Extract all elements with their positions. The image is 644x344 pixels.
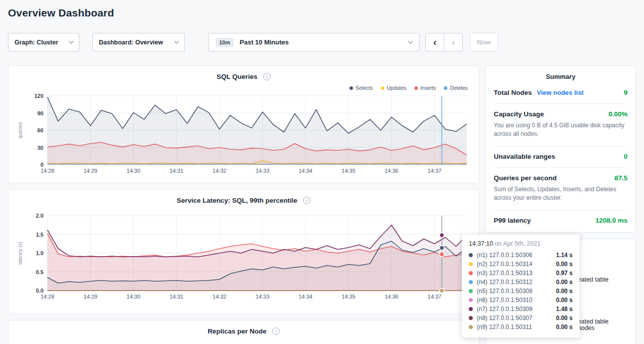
- tooltip-row: (n4) 127.0.0.1:503120.00 s: [469, 278, 573, 287]
- tooltip-node-value: 0.00 s: [556, 261, 573, 268]
- tooltip-node-label: (n5) 127.0.0.1:50308: [477, 288, 532, 295]
- chevron-left-icon: ‹: [433, 36, 437, 48]
- summary-row: Capacity Usage0.00%You are using 0 B of …: [494, 104, 628, 146]
- svg-text:14:35: 14:35: [341, 168, 355, 174]
- time-back-button[interactable]: ‹: [425, 33, 444, 51]
- legend-item[interactable]: Updates: [381, 84, 406, 91]
- chart-legend: SelectsUpdatesInsertsDeletes: [16, 84, 468, 91]
- chart-title: SQL Queries: [217, 73, 258, 80]
- tooltip-node-value: 0.00 s: [556, 297, 573, 304]
- node-color-dot-icon: [469, 307, 473, 311]
- legend-dot-icon: [414, 86, 418, 90]
- info-icon[interactable]: i: [272, 328, 280, 335]
- summary-row-top: Total NodesView nodes list9: [494, 89, 628, 96]
- now-button[interactable]: Now: [470, 33, 498, 51]
- tooltip-node-label: (n3) 127.0.0.1:50313: [477, 270, 532, 277]
- toolbar: Graph: Cluster Dashboard: Overview 10m P…: [8, 33, 636, 51]
- node-color-dot-icon: [469, 298, 473, 302]
- node-color-dot-icon: [469, 271, 473, 275]
- node-color-dot-icon: [469, 253, 473, 257]
- info-icon[interactable]: i: [263, 73, 271, 80]
- tooltip-node-value: 0.00 s: [556, 288, 573, 295]
- tooltip-node-label: (n8) 127.0.0.1:50307: [477, 315, 532, 322]
- summary-label: Queries per second: [494, 174, 557, 182]
- view-nodes-list-link[interactable]: View nodes list: [537, 89, 584, 96]
- tooltip-row: (n3) 127.0.0.1:503130.97 s: [469, 269, 573, 278]
- tooltip-node-value: 0.00 s: [556, 324, 573, 331]
- summary-value: 1208.0 ms: [595, 217, 628, 224]
- summary-row: P99 latency1208.0 ms: [494, 210, 628, 231]
- svg-text:14:36: 14:36: [384, 168, 398, 174]
- summary-row: Queries per second87.5Sum of Selects, Up…: [494, 168, 628, 210]
- chart-hover-tooltip: 14:37:10 on Apr 5th, 2021 (n1) 127.0.0.1…: [462, 235, 580, 338]
- svg-text:2.0: 2.0: [36, 213, 43, 219]
- event-text-fragment: eated table: [578, 276, 609, 283]
- svg-text:latency (s): latency (s): [17, 242, 23, 265]
- chart-header: Service Latency: SQL, 99th percentile i: [16, 196, 471, 207]
- event-text-fragment: nodes: [578, 325, 595, 332]
- service-latency-card: Service Latency: SQL, 99th percentile i …: [8, 189, 479, 314]
- legend-item[interactable]: Inserts: [414, 84, 436, 91]
- replicas-card: Replicas per Node i: [8, 320, 479, 344]
- chevron-down-icon: [408, 39, 413, 44]
- svg-text:14:33: 14:33: [256, 168, 270, 174]
- summary-title: Summary: [494, 73, 628, 80]
- tooltip-node-label: (n7) 127.0.0.1:50309: [477, 306, 532, 313]
- summary-subtext: Sum of Selects, Updates, Inserts, and De…: [494, 185, 628, 203]
- tooltip-timestamp: 14:37:10 on Apr 5th, 2021: [469, 240, 573, 247]
- chart-header: Replicas per Node i: [16, 327, 471, 338]
- legend-item[interactable]: Selects: [349, 84, 372, 91]
- legend-item[interactable]: Deletes: [444, 84, 468, 91]
- sql-queries-chart[interactable]: 14:2814:2914:3014:3114:3214:3314:3414:35…: [16, 93, 471, 179]
- summary-label: Capacity Usage: [494, 110, 544, 118]
- service-latency-chart[interactable]: 14:2814:2914:3014:3114:3214:3314:3414:35…: [16, 211, 471, 306]
- time-forward-button[interactable]: ›: [444, 33, 463, 51]
- svg-text:0.0: 0.0: [36, 288, 43, 294]
- svg-text:14:29: 14:29: [83, 168, 97, 174]
- event-text-fragment: eated table: [578, 318, 609, 325]
- svg-text:14:34: 14:34: [299, 168, 313, 174]
- graph-dropdown[interactable]: Graph: Cluster: [8, 33, 79, 51]
- tooltip-node-value: 0.00 s: [556, 279, 573, 286]
- time-range-selector[interactable]: 10m Past 10 Minutes: [208, 33, 420, 51]
- summary-subtext: You are using 0 B of 4.5 GiB usable disk…: [494, 121, 628, 139]
- summary-value: 87.5: [615, 174, 628, 182]
- legend-dot-icon: [381, 86, 384, 90]
- dashboard-dropdown[interactable]: Dashboard: Overview: [92, 33, 185, 51]
- tooltip-node-label: (n9) 127.0.0.1:50311: [477, 324, 532, 331]
- summary-row-top: Unavailable ranges0: [494, 153, 628, 160]
- tooltip-node-label: (n1) 127.0.0.1:50306: [477, 252, 532, 259]
- tooltip-row: (n1) 127.0.0.1:503061.14 s: [469, 251, 573, 260]
- svg-text:14:37: 14:37: [428, 294, 442, 300]
- svg-text:14:30: 14:30: [127, 294, 141, 300]
- summary-value: 9: [624, 89, 628, 96]
- svg-text:1.0: 1.0: [36, 250, 43, 256]
- summary-label: Unavailable ranges: [494, 153, 555, 160]
- legend-label: Updates: [387, 85, 406, 91]
- graph-dropdown-label: Graph: Cluster: [14, 39, 58, 46]
- tooltip-node-value: 0.97 s: [556, 270, 573, 277]
- node-color-dot-icon: [469, 316, 473, 320]
- svg-text:14:34: 14:34: [299, 294, 313, 300]
- node-color-dot-icon: [469, 289, 473, 293]
- svg-text:0: 0: [40, 162, 43, 168]
- summary-value: 0.00%: [609, 110, 628, 118]
- svg-text:30: 30: [37, 145, 43, 151]
- summary-label: P99 latency: [494, 217, 531, 224]
- svg-text:0.5: 0.5: [36, 269, 43, 275]
- time-range-badge: 10m: [216, 38, 234, 47]
- tooltip-node-label: (n2) 127.0.0.1:50314: [477, 261, 532, 268]
- summary-rows: Total NodesView nodes list9Capacity Usag…: [494, 82, 628, 231]
- tooltip-row: (n5) 127.0.0.1:503080.00 s: [469, 287, 573, 296]
- charts-column: SQL Queries i SelectsUpdatesInsertsDelet…: [8, 65, 479, 344]
- svg-text:14:35: 14:35: [341, 294, 355, 300]
- svg-text:14:31: 14:31: [170, 168, 184, 174]
- svg-text:14:31: 14:31: [170, 294, 184, 300]
- tooltip-row: (n8) 127.0.0.1:503070.00 s: [469, 314, 573, 323]
- tooltip-row: (n9) 127.0.0.1:503110.00 s: [469, 323, 573, 332]
- tooltip-node-value: 1.48 s: [556, 306, 573, 313]
- svg-text:14:32: 14:32: [213, 294, 227, 300]
- svg-text:14:36: 14:36: [384, 294, 398, 300]
- info-icon[interactable]: i: [303, 197, 311, 204]
- tooltip-date: on Apr 5th, 2021: [495, 240, 541, 247]
